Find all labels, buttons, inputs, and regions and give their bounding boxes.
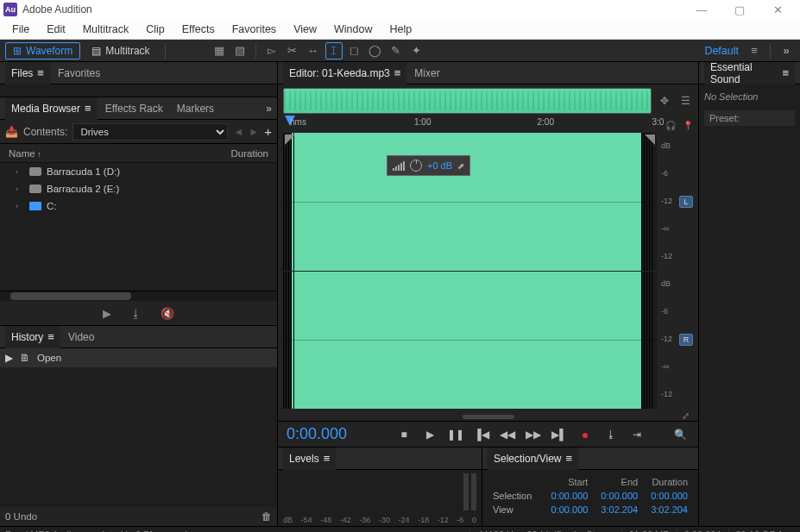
timecode-display[interactable]: 0:00.000	[287, 425, 387, 443]
panel-menu-icon[interactable]: ≡	[566, 452, 573, 465]
loop-button[interactable]: ⭳	[602, 425, 620, 444]
time-ruler[interactable]: hms 1:00 2:00 3:0 🎧 📍	[283, 117, 693, 133]
headphones-icon[interactable]: 🎧	[665, 121, 676, 130]
move-tool-icon[interactable]: ▻	[263, 42, 280, 59]
skip-back-button[interactable]: ▐◀	[472, 425, 491, 444]
panel-menu-icon[interactable]: ≡	[47, 330, 54, 343]
view-start[interactable]: 0:00.000	[542, 503, 592, 516]
zoom-reset-icon[interactable]: ⤢	[682, 410, 690, 422]
multitrack-view-button[interactable]: ▤ Multitrack	[84, 42, 157, 59]
media-browser-list[interactable]: › Barracuda 1 (D:) › Barracuda 2 (E:) › …	[0, 163, 277, 291]
tab-favorites[interactable]: Favorites	[52, 62, 106, 84]
tabs-overflow-icon[interactable]: »	[266, 103, 272, 115]
spot-heal-tool-icon[interactable]: ✦	[408, 42, 425, 59]
tab-history[interactable]: History ≡	[5, 326, 60, 348]
panel-menu-icon[interactable]: ≡	[782, 66, 789, 79]
pause-button[interactable]: ❚❚	[446, 425, 465, 444]
skip-selection-button[interactable]: ⇥	[627, 425, 646, 444]
shortcut-icon[interactable]: 📥	[5, 126, 18, 138]
tab-mixer[interactable]: Mixer	[408, 62, 445, 84]
volume-hud[interactable]: +0 dB ⬈	[387, 155, 470, 176]
spectral-pitch-icon[interactable]: ▧	[231, 42, 249, 59]
skip-forward-button[interactable]: ▶▌	[550, 425, 569, 444]
auto-play-icon[interactable]: ⭳	[130, 307, 142, 320]
panel-menu-icon[interactable]: ≡	[37, 66, 44, 79]
selection-duration[interactable]: 0:00.000	[641, 489, 691, 503]
play-preview-icon[interactable]: ▶	[103, 307, 111, 320]
tab-markers[interactable]: Markers	[171, 97, 220, 120]
tab-levels[interactable]: Levels ≡	[283, 448, 336, 470]
drive-row[interactable]: › Barracuda 2 (E:)	[0, 180, 277, 197]
menu-file[interactable]: File	[3, 23, 38, 35]
expand-icon[interactable]: ›	[16, 202, 24, 210]
slip-tool-icon[interactable]: ↔	[305, 42, 322, 59]
waveform-display[interactable]: +0 dB ⬈ dB -6 -12 -∞	[283, 133, 693, 409]
trash-icon[interactable]: 🗑	[261, 511, 272, 522]
preset-row[interactable]: Preset:	[704, 110, 795, 126]
lasso-tool-icon[interactable]: ◯	[367, 42, 384, 59]
tab-selection-view[interactable]: Selection/View ≡	[488, 448, 578, 470]
selection-start[interactable]: 0:00.000	[542, 489, 592, 503]
waveform-overview[interactable]	[283, 88, 652, 114]
tab-media-browser[interactable]: Media Browser ≡	[5, 97, 98, 120]
minimize-button[interactable]: —	[683, 0, 721, 19]
expand-icon[interactable]: ›	[16, 185, 24, 193]
expand-icon[interactable]: ›	[16, 167, 24, 176]
menu-clip[interactable]: Clip	[137, 23, 173, 35]
column-name[interactable]: Name ↑	[9, 148, 231, 159]
new-folder-icon[interactable]: +	[264, 124, 272, 139]
back-arrow-icon[interactable]: ◄	[233, 126, 243, 138]
popout-icon[interactable]: ⬈	[457, 161, 464, 171]
zoom-tool-icon[interactable]: 🔍	[671, 425, 690, 444]
maximize-button[interactable]: ▢	[721, 0, 759, 19]
play-button[interactable]: ▶	[420, 425, 439, 444]
volume-knob-icon[interactable]	[410, 160, 422, 172]
left-channel-waveform[interactable]: +0 dB ⬈	[283, 133, 657, 271]
panel-menu-icon[interactable]: ≡	[394, 66, 401, 79]
record-button[interactable]: ●	[576, 425, 595, 444]
rewind-button[interactable]: ◀◀	[498, 425, 517, 444]
drive-row[interactable]: › Barracuda 1 (D:)	[0, 163, 277, 180]
panel-menu-icon[interactable]: ≡	[324, 452, 331, 465]
contents-dropdown[interactable]: Drives	[72, 123, 228, 141]
right-channel-waveform[interactable]	[283, 272, 657, 410]
menu-help[interactable]: Help	[381, 23, 420, 35]
zoom-navigator-icon[interactable]: ✥	[657, 93, 672, 109]
column-duration[interactable]: Duration	[231, 148, 268, 159]
loop-preview-icon[interactable]: 🔇	[161, 307, 174, 320]
left-channel-badge[interactable]: L	[679, 196, 693, 208]
view-duration[interactable]: 3:02.204	[641, 503, 691, 516]
selection-end[interactable]: 0:00.000	[591, 489, 641, 503]
list-view-icon[interactable]: ☰	[677, 93, 693, 109]
time-selection-tool-icon[interactable]: 𝙸	[325, 42, 343, 59]
tab-effects-rack[interactable]: Effects Rack	[99, 97, 169, 120]
right-channel-badge[interactable]: R	[679, 334, 693, 346]
menu-edit[interactable]: Edit	[38, 23, 74, 35]
menu-window[interactable]: Window	[325, 23, 381, 35]
tab-editor[interactable]: Editor: 01-Keeda.mp3 ≡	[283, 62, 406, 84]
menu-favorites[interactable]: Favorites	[224, 23, 285, 35]
drive-row[interactable]: › C:	[0, 197, 277, 215]
history-entry[interactable]: ▶ 🗎 Open	[0, 348, 277, 367]
horizontal-scrollbar[interactable]	[0, 291, 277, 301]
tab-files[interactable]: Files ≡	[5, 62, 50, 84]
workspace-menu-icon[interactable]: ≡	[746, 42, 763, 59]
menu-multitrack[interactable]: Multitrack	[74, 23, 137, 35]
waveform-h-scrollbar[interactable]: ⤢	[283, 410, 693, 421]
menu-effects[interactable]: Effects	[173, 23, 224, 35]
panel-menu-icon[interactable]: ≡	[85, 102, 91, 115]
pin-icon[interactable]: 📍	[683, 121, 693, 130]
tab-essential-sound[interactable]: Essential Sound ≡	[704, 62, 795, 84]
spectral-frequency-icon[interactable]: ▦	[211, 42, 228, 59]
brush-tool-icon[interactable]: ✎	[387, 42, 405, 59]
fast-forward-button[interactable]: ▶▶	[524, 425, 543, 444]
menu-view[interactable]: View	[285, 23, 325, 35]
toolbar-overflow-icon[interactable]: »	[778, 42, 795, 59]
stop-button[interactable]: ■	[394, 425, 413, 444]
marquee-tool-icon[interactable]: ◻	[346, 42, 363, 59]
razor-tool-icon[interactable]: ✂	[284, 42, 301, 59]
workspace-selector[interactable]: Default	[704, 45, 739, 57]
forward-arrow-icon[interactable]: ►	[249, 126, 259, 138]
tab-video[interactable]: Video	[62, 326, 100, 348]
waveform-view-button[interactable]: ⊞ Waveform	[5, 42, 80, 59]
